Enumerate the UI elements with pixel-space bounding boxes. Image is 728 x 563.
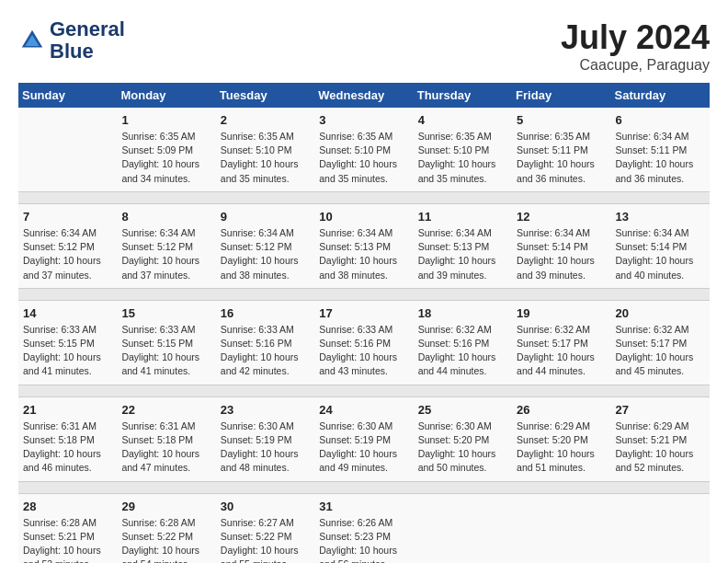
calendar-cell: 24Sunrise: 6:30 AMSunset: 5:19 PMDayligh… [314, 396, 413, 481]
calendar-cell: 13Sunrise: 6:34 AMSunset: 5:14 PMDayligh… [611, 203, 710, 288]
calendar-cell: 16Sunrise: 6:33 AMSunset: 5:16 PMDayligh… [216, 300, 314, 385]
day-number: 3 [319, 113, 408, 127]
calendar-cell: 26Sunrise: 6:29 AMSunset: 5:20 PMDayligh… [512, 396, 610, 481]
logo-icon [18, 27, 46, 54]
week-separator [18, 385, 710, 396]
day-number: 23 [221, 403, 310, 417]
day-info: Sunrise: 6:35 AMSunset: 5:09 PMDaylight:… [121, 130, 210, 186]
logo-line2: Blue [50, 40, 125, 63]
day-info: Sunrise: 6:32 AMSunset: 5:17 PMDaylight:… [616, 323, 705, 379]
day-info: Sunrise: 6:35 AMSunset: 5:11 PMDaylight:… [517, 130, 606, 186]
calendar-cell: 22Sunrise: 6:31 AMSunset: 5:18 PMDayligh… [117, 396, 215, 481]
weekday-header: Sunday [18, 83, 117, 108]
day-number: 26 [517, 403, 606, 417]
calendar-week-row: 1Sunrise: 6:35 AMSunset: 5:09 PMDaylight… [18, 108, 710, 191]
weekday-header: Wednesday [314, 83, 413, 108]
day-info: Sunrise: 6:34 AMSunset: 5:13 PMDaylight:… [418, 226, 507, 282]
day-info: Sunrise: 6:32 AMSunset: 5:17 PMDaylight:… [517, 323, 606, 379]
day-number: 28 [23, 500, 112, 513]
weekday-header: Thursday [414, 83, 512, 108]
day-number: 18 [418, 306, 507, 320]
month-title: July 2024 [561, 18, 710, 57]
calendar-cell: 28Sunrise: 6:28 AMSunset: 5:21 PMDayligh… [18, 493, 117, 563]
day-number: 13 [616, 210, 705, 224]
day-number: 6 [616, 113, 705, 127]
day-number: 8 [121, 210, 210, 224]
title-block: July 2024 Caacupe, Paraguay [561, 18, 710, 74]
calendar-cell: 2Sunrise: 6:35 AMSunset: 5:10 PMDaylight… [216, 108, 314, 191]
calendar-cell [414, 493, 512, 563]
calendar-cell [512, 493, 610, 563]
day-info: Sunrise: 6:26 AMSunset: 5:23 PMDaylight:… [319, 516, 408, 564]
day-number: 5 [517, 113, 606, 127]
separator-cell [18, 385, 710, 396]
day-number: 16 [221, 306, 310, 320]
week-separator [18, 191, 710, 203]
calendar-cell: 17Sunrise: 6:33 AMSunset: 5:16 PMDayligh… [314, 300, 413, 385]
day-number: 10 [319, 210, 408, 224]
weekday-header: Monday [117, 83, 215, 108]
calendar-cell: 11Sunrise: 6:34 AMSunset: 5:13 PMDayligh… [414, 203, 512, 288]
calendar-week-row: 14Sunrise: 6:33 AMSunset: 5:15 PMDayligh… [18, 300, 710, 385]
calendar-cell: 9Sunrise: 6:34 AMSunset: 5:12 PMDaylight… [216, 203, 314, 288]
day-info: Sunrise: 6:35 AMSunset: 5:10 PMDaylight:… [418, 130, 507, 186]
calendar-cell: 3Sunrise: 6:35 AMSunset: 5:10 PMDaylight… [314, 108, 413, 191]
weekday-header: Saturday [611, 83, 710, 108]
weekday-header-row: SundayMondayTuesdayWednesdayThursdayFrid… [18, 83, 710, 108]
week-separator [18, 288, 710, 300]
calendar-cell: 4Sunrise: 6:35 AMSunset: 5:10 PMDaylight… [414, 108, 512, 191]
day-number: 27 [616, 403, 705, 417]
calendar-cell: 19Sunrise: 6:32 AMSunset: 5:17 PMDayligh… [512, 300, 610, 385]
calendar-cell [611, 493, 710, 563]
day-number: 19 [517, 306, 606, 320]
calendar-week-row: 28Sunrise: 6:28 AMSunset: 5:21 PMDayligh… [18, 493, 710, 563]
day-number: 24 [319, 403, 408, 417]
day-number: 30 [221, 500, 310, 513]
day-number: 11 [418, 210, 507, 224]
calendar-cell: 30Sunrise: 6:27 AMSunset: 5:22 PMDayligh… [216, 493, 314, 563]
calendar-cell: 1Sunrise: 6:35 AMSunset: 5:09 PMDaylight… [117, 108, 215, 191]
day-info: Sunrise: 6:28 AMSunset: 5:22 PMDaylight:… [121, 516, 210, 564]
day-info: Sunrise: 6:30 AMSunset: 5:19 PMDaylight:… [319, 419, 408, 476]
calendar-cell: 6Sunrise: 6:34 AMSunset: 5:11 PMDaylight… [611, 108, 710, 191]
calendar-cell: 25Sunrise: 6:30 AMSunset: 5:20 PMDayligh… [414, 396, 512, 481]
day-info: Sunrise: 6:35 AMSunset: 5:10 PMDaylight:… [319, 130, 408, 186]
logo-text: General Blue [50, 18, 125, 63]
day-number: 14 [23, 306, 112, 320]
calendar-cell: 21Sunrise: 6:31 AMSunset: 5:18 PMDayligh… [18, 396, 117, 481]
calendar-cell: 18Sunrise: 6:32 AMSunset: 5:16 PMDayligh… [414, 300, 512, 385]
calendar-cell: 29Sunrise: 6:28 AMSunset: 5:22 PMDayligh… [117, 493, 215, 563]
separator-cell [18, 288, 710, 300]
day-number: 29 [121, 500, 210, 513]
day-info: Sunrise: 6:34 AMSunset: 5:14 PMDaylight:… [616, 226, 705, 282]
separator-cell [18, 191, 710, 203]
calendar-cell: 15Sunrise: 6:33 AMSunset: 5:15 PMDayligh… [117, 300, 215, 385]
day-info: Sunrise: 6:33 AMSunset: 5:15 PMDaylight:… [23, 323, 112, 379]
day-number: 25 [418, 403, 507, 417]
day-info: Sunrise: 6:31 AMSunset: 5:18 PMDaylight:… [121, 419, 210, 476]
day-info: Sunrise: 6:35 AMSunset: 5:10 PMDaylight:… [221, 130, 310, 186]
day-info: Sunrise: 6:34 AMSunset: 5:14 PMDaylight:… [517, 226, 606, 282]
calendar-cell: 8Sunrise: 6:34 AMSunset: 5:12 PMDaylight… [117, 203, 215, 288]
location: Caacupe, Paraguay [561, 57, 710, 74]
day-number: 7 [23, 210, 112, 224]
week-separator [18, 481, 710, 493]
day-info: Sunrise: 6:30 AMSunset: 5:19 PMDaylight:… [221, 419, 310, 476]
calendar-week-row: 7Sunrise: 6:34 AMSunset: 5:12 PMDaylight… [18, 203, 710, 288]
day-info: Sunrise: 6:29 AMSunset: 5:21 PMDaylight:… [616, 419, 705, 476]
day-info: Sunrise: 6:34 AMSunset: 5:12 PMDaylight:… [23, 226, 112, 282]
day-info: Sunrise: 6:34 AMSunset: 5:12 PMDaylight:… [221, 226, 310, 282]
day-number: 9 [221, 210, 310, 224]
calendar-week-row: 21Sunrise: 6:31 AMSunset: 5:18 PMDayligh… [18, 396, 710, 481]
day-number: 1 [121, 113, 210, 127]
day-info: Sunrise: 6:27 AMSunset: 5:22 PMDaylight:… [221, 516, 310, 564]
day-info: Sunrise: 6:31 AMSunset: 5:18 PMDaylight:… [23, 419, 112, 476]
calendar-cell: 14Sunrise: 6:33 AMSunset: 5:15 PMDayligh… [18, 300, 117, 385]
calendar-cell: 5Sunrise: 6:35 AMSunset: 5:11 PMDaylight… [512, 108, 610, 191]
page-header: General Blue July 2024 Caacupe, Paraguay [18, 18, 710, 74]
day-number: 17 [319, 306, 408, 320]
day-info: Sunrise: 6:33 AMSunset: 5:16 PMDaylight:… [319, 323, 408, 379]
day-info: Sunrise: 6:33 AMSunset: 5:15 PMDaylight:… [121, 323, 210, 379]
day-info: Sunrise: 6:34 AMSunset: 5:12 PMDaylight:… [121, 226, 210, 282]
calendar-table: SundayMondayTuesdayWednesdayThursdayFrid… [18, 83, 710, 563]
